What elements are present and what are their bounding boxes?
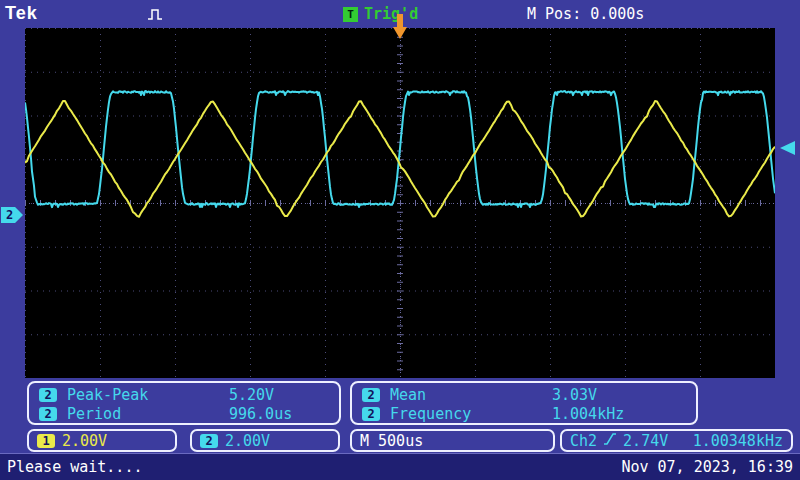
measurement-row-period: 2 Period 996.0us bbox=[29, 404, 339, 423]
rising-edge-slope-icon bbox=[604, 432, 616, 450]
trigger-readout-box: Ch2 2.74V 1.00348kHz bbox=[560, 429, 793, 452]
ch2-scale-readout: 2.00V bbox=[225, 432, 270, 450]
measurement-row-frequency: 2 Frequency 1.004kHz bbox=[352, 404, 696, 423]
measurement-value: 3.03V bbox=[552, 386, 696, 404]
waveform-plot bbox=[25, 28, 775, 378]
measurement-name: Peak-Peak bbox=[67, 386, 229, 404]
horizontal-position-readout: M Pos: 0.000s bbox=[527, 5, 644, 23]
status-message: Please wait.... bbox=[7, 458, 142, 476]
trigger-level-arrow-icon bbox=[780, 141, 795, 155]
trigger-source-icon: T bbox=[343, 7, 358, 22]
trigger-position-arrow-icon bbox=[393, 27, 407, 39]
measurement-box-left: 2 Peak-Peak 5.20V 2 Period 996.0us bbox=[27, 381, 341, 425]
measurement-row-peak-peak: 2 Peak-Peak 5.20V bbox=[29, 385, 339, 404]
timebase-box: M 500us bbox=[350, 429, 555, 452]
ch2-badge: 2 bbox=[39, 388, 57, 402]
ch2-badge: 2 bbox=[200, 434, 218, 448]
measurement-name: Period bbox=[67, 405, 229, 423]
ch2-scale-box: 2 2.00V bbox=[190, 429, 340, 452]
timebase-readout: M 500us bbox=[360, 432, 423, 450]
trigger-status-label: Trig'd bbox=[364, 5, 418, 23]
measurement-box-right: 2 Mean 3.03V 2 Frequency 1.004kHz bbox=[350, 381, 698, 425]
measurement-name: Frequency bbox=[390, 405, 552, 423]
tek-logo: Tek bbox=[5, 3, 38, 24]
trigger-position-marker bbox=[393, 14, 407, 40]
measurement-name: Mean bbox=[390, 386, 552, 404]
ch2-badge: 2 bbox=[362, 407, 380, 421]
measurement-value: 5.20V bbox=[229, 386, 339, 404]
graticule-screen bbox=[25, 28, 775, 378]
trigger-level-readout: 2.74V bbox=[623, 432, 668, 450]
trigger-frequency-readout: 1.00348kHz bbox=[693, 432, 783, 450]
acquisition-pulse-icon bbox=[148, 7, 163, 26]
ch1-scale-readout: 2.00V bbox=[62, 432, 107, 450]
measurement-value: 1.004kHz bbox=[552, 405, 696, 423]
measurement-row-mean: 2 Mean 3.03V bbox=[352, 385, 696, 404]
ch2-badge: 2 bbox=[362, 388, 380, 402]
trigger-source-readout: Ch2 bbox=[570, 432, 597, 450]
ch2-badge: 2 bbox=[39, 407, 57, 421]
oscilloscope-display: Tek T Trig'd M Pos: 0.000s 2 2 Peak-Peak… bbox=[0, 0, 800, 480]
ch1-scale-box: 1 2.00V bbox=[27, 429, 177, 452]
datetime-readout: Nov 07, 2023, 16:39 bbox=[621, 458, 793, 476]
trigger-position-stem bbox=[397, 14, 403, 27]
measurement-value: 996.0us bbox=[229, 405, 339, 423]
ch2-ground-marker: 2 bbox=[1, 207, 23, 223]
ch1-badge: 1 bbox=[37, 434, 55, 448]
status-bar: Please wait.... Nov 07, 2023, 16:39 bbox=[0, 453, 800, 480]
